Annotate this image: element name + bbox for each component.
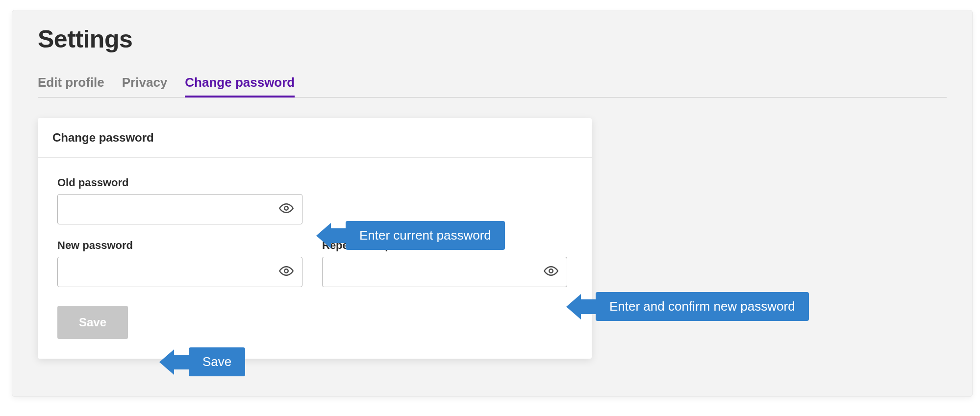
eye-icon[interactable] — [279, 264, 294, 280]
repeat-password-input[interactable] — [322, 257, 567, 287]
tab-edit-profile[interactable]: Edit profile — [38, 75, 104, 97]
change-password-card: Change password Old password New p — [38, 118, 592, 359]
old-password-field-group: Old password — [57, 176, 302, 224]
new-password-input-wrap — [57, 257, 302, 287]
repeat-password-input-wrap — [322, 257, 567, 287]
tab-change-password[interactable]: Change password — [185, 75, 295, 97]
callout-current-password: Enter current password — [346, 221, 505, 250]
old-password-row: Old password — [57, 176, 572, 224]
callout-save: Save — [189, 347, 245, 376]
new-password-label: New password — [57, 239, 302, 252]
old-password-input[interactable] — [57, 194, 302, 224]
svg-point-0 — [284, 206, 288, 210]
callout-text: Enter current password — [359, 228, 491, 243]
callout-text: Enter and confirm new password — [609, 299, 795, 314]
eye-icon[interactable] — [279, 201, 294, 218]
callout-new-password: Enter and confirm new password — [596, 292, 809, 321]
tabs-bar: Edit profile Privacy Change password — [38, 75, 947, 98]
svg-point-2 — [549, 269, 553, 273]
old-password-input-wrap — [57, 194, 302, 224]
new-password-field-group: New password — [57, 239, 302, 287]
save-button[interactable]: Save — [57, 306, 128, 339]
old-password-label: Old password — [57, 176, 302, 189]
svg-point-1 — [284, 269, 288, 273]
page-title: Settings — [38, 25, 947, 53]
card-heading: Change password — [38, 118, 592, 158]
card-body: Old password New password — [38, 158, 592, 359]
new-password-input[interactable] — [57, 257, 302, 287]
tab-privacy[interactable]: Privacy — [122, 75, 168, 97]
callout-text: Save — [202, 354, 231, 369]
eye-icon[interactable] — [544, 264, 558, 280]
settings-panel: Settings Edit profile Privacy Change pas… — [12, 10, 973, 397]
